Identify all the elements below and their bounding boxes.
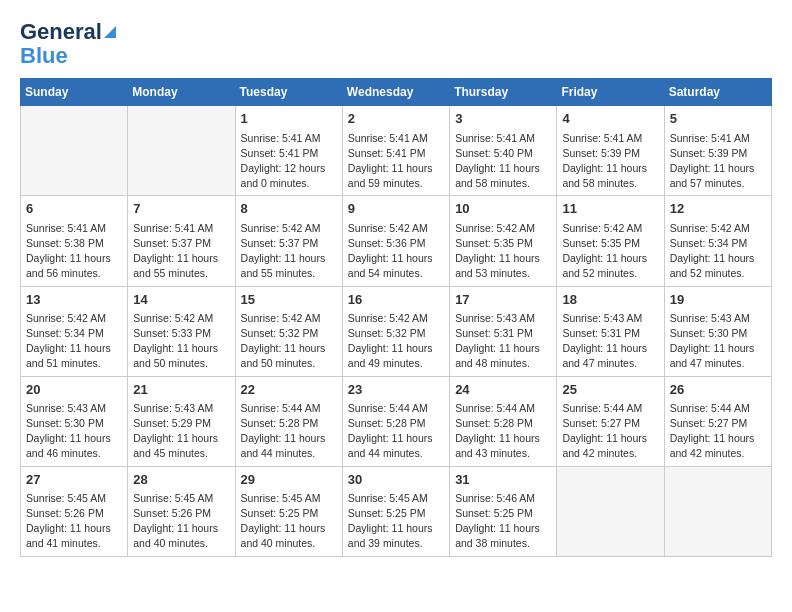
day-number: 17 <box>455 291 551 309</box>
calendar-cell: 22Sunrise: 5:44 AM Sunset: 5:28 PM Dayli… <box>235 376 342 466</box>
calendar-cell: 14Sunrise: 5:42 AM Sunset: 5:33 PM Dayli… <box>128 286 235 376</box>
day-number: 14 <box>133 291 229 309</box>
calendar-cell: 12Sunrise: 5:42 AM Sunset: 5:34 PM Dayli… <box>664 196 771 286</box>
day-info: Sunrise: 5:42 AM Sunset: 5:32 PM Dayligh… <box>348 311 444 372</box>
logo-arrow-icon <box>104 26 116 38</box>
weekday-header-friday: Friday <box>557 79 664 106</box>
calendar-cell: 7Sunrise: 5:41 AM Sunset: 5:37 PM Daylig… <box>128 196 235 286</box>
calendar-cell: 16Sunrise: 5:42 AM Sunset: 5:32 PM Dayli… <box>342 286 449 376</box>
day-info: Sunrise: 5:42 AM Sunset: 5:36 PM Dayligh… <box>348 221 444 282</box>
day-info: Sunrise: 5:42 AM Sunset: 5:35 PM Dayligh… <box>562 221 658 282</box>
day-info: Sunrise: 5:42 AM Sunset: 5:35 PM Dayligh… <box>455 221 551 282</box>
page-header: General Blue <box>20 20 772 68</box>
day-info: Sunrise: 5:42 AM Sunset: 5:34 PM Dayligh… <box>26 311 122 372</box>
day-number: 11 <box>562 200 658 218</box>
weekday-header-saturday: Saturday <box>664 79 771 106</box>
calendar-cell: 4Sunrise: 5:41 AM Sunset: 5:39 PM Daylig… <box>557 106 664 196</box>
day-number: 12 <box>670 200 766 218</box>
calendar-cell: 29Sunrise: 5:45 AM Sunset: 5:25 PM Dayli… <box>235 466 342 556</box>
calendar-week-3: 13Sunrise: 5:42 AM Sunset: 5:34 PM Dayli… <box>21 286 772 376</box>
calendar-cell: 2Sunrise: 5:41 AM Sunset: 5:41 PM Daylig… <box>342 106 449 196</box>
day-number: 30 <box>348 471 444 489</box>
day-info: Sunrise: 5:45 AM Sunset: 5:26 PM Dayligh… <box>133 491 229 552</box>
weekday-header-thursday: Thursday <box>450 79 557 106</box>
day-number: 7 <box>133 200 229 218</box>
logo: General Blue <box>20 20 116 68</box>
day-info: Sunrise: 5:45 AM Sunset: 5:25 PM Dayligh… <box>241 491 337 552</box>
calendar-cell: 20Sunrise: 5:43 AM Sunset: 5:30 PM Dayli… <box>21 376 128 466</box>
logo-general: General <box>20 20 102 44</box>
day-number: 2 <box>348 110 444 128</box>
calendar-cell: 8Sunrise: 5:42 AM Sunset: 5:37 PM Daylig… <box>235 196 342 286</box>
calendar-cell: 11Sunrise: 5:42 AM Sunset: 5:35 PM Dayli… <box>557 196 664 286</box>
day-info: Sunrise: 5:46 AM Sunset: 5:25 PM Dayligh… <box>455 491 551 552</box>
day-info: Sunrise: 5:41 AM Sunset: 5:39 PM Dayligh… <box>670 131 766 192</box>
calendar-cell <box>664 466 771 556</box>
calendar-cell: 25Sunrise: 5:44 AM Sunset: 5:27 PM Dayli… <box>557 376 664 466</box>
day-number: 16 <box>348 291 444 309</box>
calendar-cell <box>128 106 235 196</box>
day-info: Sunrise: 5:41 AM Sunset: 5:40 PM Dayligh… <box>455 131 551 192</box>
day-number: 27 <box>26 471 122 489</box>
day-number: 13 <box>26 291 122 309</box>
day-number: 9 <box>348 200 444 218</box>
calendar-week-1: 1Sunrise: 5:41 AM Sunset: 5:41 PM Daylig… <box>21 106 772 196</box>
calendar-week-5: 27Sunrise: 5:45 AM Sunset: 5:26 PM Dayli… <box>21 466 772 556</box>
calendar-cell <box>21 106 128 196</box>
day-number: 3 <box>455 110 551 128</box>
day-info: Sunrise: 5:41 AM Sunset: 5:38 PM Dayligh… <box>26 221 122 282</box>
day-info: Sunrise: 5:43 AM Sunset: 5:30 PM Dayligh… <box>26 401 122 462</box>
calendar-cell: 6Sunrise: 5:41 AM Sunset: 5:38 PM Daylig… <box>21 196 128 286</box>
calendar-cell: 5Sunrise: 5:41 AM Sunset: 5:39 PM Daylig… <box>664 106 771 196</box>
day-info: Sunrise: 5:43 AM Sunset: 5:31 PM Dayligh… <box>455 311 551 372</box>
day-info: Sunrise: 5:41 AM Sunset: 5:39 PM Dayligh… <box>562 131 658 192</box>
calendar-cell: 28Sunrise: 5:45 AM Sunset: 5:26 PM Dayli… <box>128 466 235 556</box>
calendar-cell: 18Sunrise: 5:43 AM Sunset: 5:31 PM Dayli… <box>557 286 664 376</box>
weekday-header-tuesday: Tuesday <box>235 79 342 106</box>
calendar-cell: 10Sunrise: 5:42 AM Sunset: 5:35 PM Dayli… <box>450 196 557 286</box>
day-number: 23 <box>348 381 444 399</box>
day-number: 24 <box>455 381 551 399</box>
calendar-cell: 17Sunrise: 5:43 AM Sunset: 5:31 PM Dayli… <box>450 286 557 376</box>
weekday-header-monday: Monday <box>128 79 235 106</box>
calendar-week-2: 6Sunrise: 5:41 AM Sunset: 5:38 PM Daylig… <box>21 196 772 286</box>
calendar-cell: 13Sunrise: 5:42 AM Sunset: 5:34 PM Dayli… <box>21 286 128 376</box>
calendar-cell: 9Sunrise: 5:42 AM Sunset: 5:36 PM Daylig… <box>342 196 449 286</box>
day-info: Sunrise: 5:43 AM Sunset: 5:31 PM Dayligh… <box>562 311 658 372</box>
calendar-cell: 21Sunrise: 5:43 AM Sunset: 5:29 PM Dayli… <box>128 376 235 466</box>
weekday-header-wednesday: Wednesday <box>342 79 449 106</box>
day-number: 15 <box>241 291 337 309</box>
calendar-cell <box>557 466 664 556</box>
calendar-week-4: 20Sunrise: 5:43 AM Sunset: 5:30 PM Dayli… <box>21 376 772 466</box>
day-number: 5 <box>670 110 766 128</box>
day-info: Sunrise: 5:44 AM Sunset: 5:28 PM Dayligh… <box>241 401 337 462</box>
day-info: Sunrise: 5:45 AM Sunset: 5:25 PM Dayligh… <box>348 491 444 552</box>
day-number: 8 <box>241 200 337 218</box>
weekday-header-sunday: Sunday <box>21 79 128 106</box>
calendar-cell: 31Sunrise: 5:46 AM Sunset: 5:25 PM Dayli… <box>450 466 557 556</box>
calendar-cell: 24Sunrise: 5:44 AM Sunset: 5:28 PM Dayli… <box>450 376 557 466</box>
day-info: Sunrise: 5:42 AM Sunset: 5:32 PM Dayligh… <box>241 311 337 372</box>
day-info: Sunrise: 5:41 AM Sunset: 5:41 PM Dayligh… <box>348 131 444 192</box>
calendar-cell: 15Sunrise: 5:42 AM Sunset: 5:32 PM Dayli… <box>235 286 342 376</box>
calendar-cell: 30Sunrise: 5:45 AM Sunset: 5:25 PM Dayli… <box>342 466 449 556</box>
day-number: 29 <box>241 471 337 489</box>
calendar-cell: 26Sunrise: 5:44 AM Sunset: 5:27 PM Dayli… <box>664 376 771 466</box>
day-number: 1 <box>241 110 337 128</box>
day-info: Sunrise: 5:41 AM Sunset: 5:41 PM Dayligh… <box>241 131 337 192</box>
day-info: Sunrise: 5:44 AM Sunset: 5:27 PM Dayligh… <box>562 401 658 462</box>
calendar-cell: 19Sunrise: 5:43 AM Sunset: 5:30 PM Dayli… <box>664 286 771 376</box>
day-number: 21 <box>133 381 229 399</box>
day-number: 10 <box>455 200 551 218</box>
day-number: 19 <box>670 291 766 309</box>
day-number: 18 <box>562 291 658 309</box>
day-info: Sunrise: 5:43 AM Sunset: 5:29 PM Dayligh… <box>133 401 229 462</box>
day-info: Sunrise: 5:42 AM Sunset: 5:33 PM Dayligh… <box>133 311 229 372</box>
day-info: Sunrise: 5:45 AM Sunset: 5:26 PM Dayligh… <box>26 491 122 552</box>
day-number: 28 <box>133 471 229 489</box>
day-number: 22 <box>241 381 337 399</box>
day-info: Sunrise: 5:42 AM Sunset: 5:34 PM Dayligh… <box>670 221 766 282</box>
logo-blue: Blue <box>20 44 68 68</box>
calendar-cell: 27Sunrise: 5:45 AM Sunset: 5:26 PM Dayli… <box>21 466 128 556</box>
weekday-header-row: SundayMondayTuesdayWednesdayThursdayFrid… <box>21 79 772 106</box>
